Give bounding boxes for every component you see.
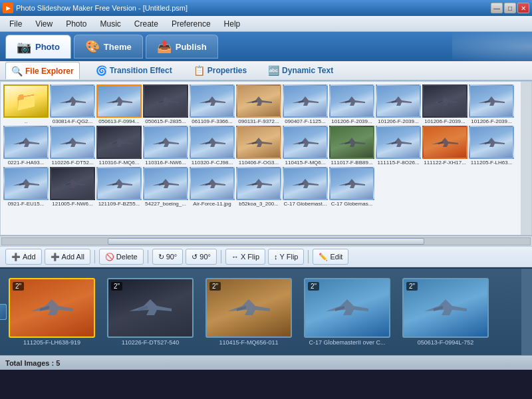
thumbnail-item[interactable]: 110316-F-MQ6...	[96, 126, 142, 166]
flip-y-icon: ↕	[274, 253, 278, 261]
thumbnail-item[interactable]: 061109-F-3366...	[190, 84, 235, 124]
menu-view[interactable]: View	[29, 18, 59, 30]
thumbnail-image	[236, 84, 281, 118]
add-all-icon: ➕	[51, 253, 60, 261]
edit-button[interactable]: ✏️ Edit	[313, 249, 348, 265]
filmstrip-item[interactable]: ⟩2"110415-F-MQ656-011	[202, 278, 295, 346]
thumbnail-item[interactable]: 101206-F-2039...	[422, 84, 467, 124]
thumbnail-item[interactable]: 101206-F-2039...	[376, 84, 421, 124]
thumbnail-label: 110226-F-DT52...	[51, 160, 93, 166]
menu-music[interactable]: Music	[94, 18, 128, 30]
tab-publish[interactable]: 📤 Publish	[146, 35, 218, 59]
horizontal-scrollbar[interactable]	[0, 235, 532, 246]
thumbnail-item[interactable]: 0221-F-HA93...	[3, 126, 49, 166]
publish-tab-icon: 📤	[157, 39, 172, 54]
menu-bar: File View Photo Music Create Preference …	[0, 16, 532, 32]
thumbnail-image	[376, 84, 421, 118]
close-button[interactable]: ✕	[517, 3, 529, 13]
rotate-cw-button[interactable]: ↻ 90°	[152, 249, 184, 265]
status-bar: Total Images : 5	[0, 355, 532, 370]
thumbnail-item[interactable]: 111017-F-BB89...	[329, 126, 374, 166]
thumbnail-item[interactable]: 111205-F-LH63...	[469, 126, 514, 166]
menu-create[interactable]: Create	[128, 18, 165, 30]
thumbnail-item[interactable]: 050615-F-2835...	[143, 84, 188, 124]
delete-button[interactable]: 🚫 Delete	[99, 249, 144, 265]
filmstrip-item[interactable]: ⟩2"050613-F-0994L-752	[399, 278, 492, 346]
filmstrip-item[interactable]: ⟩2"111205-F-LH638-919	[5, 278, 98, 346]
flip-x-label: X Flip	[241, 253, 259, 261]
app-icon: ▶	[3, 3, 13, 13]
tab-photo[interactable]: 📷 Photo	[5, 35, 71, 59]
minimize-button[interactable]: —	[491, 3, 503, 13]
separator-4	[308, 250, 309, 263]
thumbnail-item[interactable]: 030814-F-QG2...	[50, 84, 95, 124]
thumbnail-item[interactable]: b52koa_3_200...	[236, 167, 281, 207]
thumbnail-label: 111205-F-LH63...	[471, 160, 513, 166]
subtab-dynamic-text[interactable]: 🔤 Dynamic Text	[263, 62, 338, 79]
thumbnail-image	[50, 167, 95, 200]
thumbnail-item[interactable]: 110406-F-OG3...	[236, 126, 281, 166]
filmstrip-scrollbar[interactable]	[521, 269, 532, 355]
thumbnail-item[interactable]: 090131-F-9372...	[236, 84, 281, 124]
add-button[interactable]: ➕ Add	[5, 249, 42, 265]
thumbnail-item[interactable]: 121005-F-NW6...	[50, 167, 95, 207]
thumbnail-label: C-17 Globemast...	[284, 201, 327, 207]
tab-theme[interactable]: 🎨 Theme	[74, 35, 143, 59]
filmstrip-item[interactable]: ⟩2"C-17 GlobemasterII over C...	[301, 278, 394, 346]
thumbnail-item[interactable]: 110320-F-CJ98...	[190, 126, 235, 166]
filmstrip-item[interactable]: ⟩2"110226-F-DT527-540	[104, 278, 197, 346]
thumbnail-item[interactable]: C-17 Globemast...	[283, 167, 328, 207]
subtab-file-explorer-label: File Explorer	[25, 66, 74, 76]
rotate-cw-label: 90°	[166, 253, 178, 261]
film-image: 2"	[9, 278, 95, 338]
thumbnail-item[interactable]: 050613-F-0994...	[96, 84, 142, 124]
window-title: Photo Slideshow Maker Free Version - [Un…	[16, 4, 188, 12]
menu-file[interactable]: File	[3, 18, 29, 30]
thumbnail-item[interactable]: 110226-F-DT52...	[50, 126, 95, 166]
thumbnail-item[interactable]: 📁..	[3, 84, 49, 124]
thumbnail-image	[143, 126, 188, 159]
thumbnail-label: 111115-F-8O26...	[377, 160, 419, 166]
thumbnail-image	[3, 126, 49, 159]
thumbnail-grid: 📁..030814-F-QG2...050613-F-0994...050615…	[1, 82, 521, 235]
flip-y-button[interactable]: ↕ Y Flip	[268, 249, 304, 265]
menu-help[interactable]: Help	[217, 18, 247, 30]
thumbnail-item[interactable]: 110415-F-MQ6...	[283, 126, 328, 166]
add-label: Add	[23, 253, 36, 261]
add-all-button[interactable]: ➕ Add All	[45, 249, 90, 265]
thumbnail-label: 0921-F-EU15...	[8, 201, 45, 207]
tab-photo-label: Photo	[35, 42, 60, 52]
thumbnail-item[interactable]: C-17 Globemas...	[329, 167, 374, 207]
thumbnail-label: 090131-F-9372...	[238, 118, 279, 124]
thumbnail-image	[190, 84, 235, 118]
film-image: 2"	[304, 278, 390, 338]
film-duration: 2"	[308, 282, 319, 291]
thumbnail-item[interactable]: 121109-F-BZ55...	[96, 167, 142, 207]
thumbnail-item[interactable]: 110316-F-NW6...	[143, 126, 188, 166]
subtab-transition[interactable]: 🌀 Transition Effect	[90, 62, 178, 79]
thumbnail-label: Air-Force-11.jpg	[193, 201, 231, 207]
thumbnail-image	[96, 167, 142, 200]
rotate-ccw-label: 90°	[200, 253, 211, 261]
thumbnail-item[interactable]: Air-Force-11.jpg	[190, 167, 235, 207]
thumbnail-item[interactable]: 090407-F-1125...	[283, 84, 328, 124]
flip-x-button[interactable]: ↔ X Flip	[225, 249, 265, 265]
thumbnail-item[interactable]: 111115-F-8O26...	[376, 126, 421, 166]
thumbnail-image	[329, 126, 374, 159]
film-image: 2"	[107, 278, 194, 338]
vertical-scrollbar[interactable]	[521, 82, 531, 235]
thumbnail-item[interactable]: 101206-F-2039...	[329, 84, 374, 124]
thumbnail-item[interactable]: 111122-F-XH17...	[422, 126, 467, 166]
subtab-file-explorer[interactable]: 🔍 File Explorer	[5, 62, 80, 79]
film-label: 050613-F-0994L-752	[418, 339, 474, 346]
thumbnail-item[interactable]: 54227_boeing_...	[143, 167, 188, 207]
thumbnail-item[interactable]: 101206-F-2039...	[469, 84, 514, 124]
maximize-button[interactable]: □	[504, 3, 516, 13]
thumbnail-image	[190, 126, 235, 159]
subtab-properties[interactable]: 📋 Properties	[188, 62, 252, 79]
rotate-ccw-button[interactable]: ↺ 90°	[186, 249, 217, 265]
thumbnail-item[interactable]: 0921-F-EU15...	[3, 167, 49, 207]
properties-icon: 📋	[194, 65, 205, 76]
menu-preference[interactable]: Preference	[165, 18, 217, 30]
menu-photo[interactable]: Photo	[59, 18, 93, 30]
